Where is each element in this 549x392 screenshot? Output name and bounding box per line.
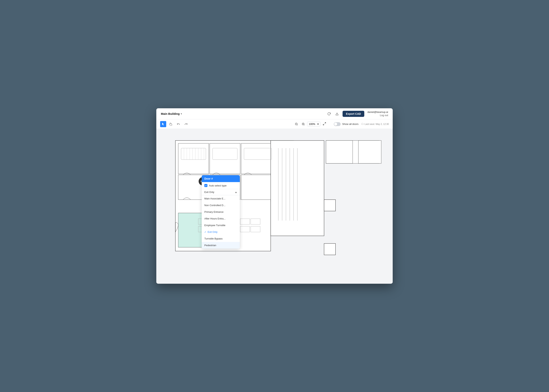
toggle-knob bbox=[334, 123, 337, 126]
show-doors-label: Show all doors bbox=[342, 123, 358, 126]
header-left: Main Building ▾ bbox=[161, 112, 182, 115]
zoom-display[interactable]: 100% ▾ bbox=[307, 122, 320, 126]
logout-link[interactable]: Log out bbox=[380, 114, 388, 117]
selected-type-row[interactable]: Exit Only ▲ bbox=[202, 189, 240, 195]
svg-line-9 bbox=[323, 124, 324, 125]
option-main-associate[interactable]: Main Associate E... bbox=[202, 195, 240, 202]
toolbar-right: Show all doors Last save: May 2, 12:30 bbox=[334, 122, 389, 126]
dropdown-toggle-icon: ▲ bbox=[235, 191, 237, 194]
svg-rect-14 bbox=[210, 143, 240, 174]
user-info: daniel@beamup.ai Log out bbox=[367, 111, 388, 117]
undo-button[interactable] bbox=[175, 121, 181, 127]
auto-select-row[interactable]: Auto select type bbox=[202, 182, 240, 189]
save-status-text: Last save: May 2, 12:30 bbox=[365, 123, 389, 126]
select-tool-button[interactable] bbox=[160, 121, 166, 127]
header: Main Building ▾ Export CAD daniel@beamup… bbox=[156, 108, 393, 119]
popup-header: Door # bbox=[202, 175, 240, 182]
option-pedestrian[interactable]: Pedestrian bbox=[202, 242, 240, 249]
svg-line-8 bbox=[325, 122, 326, 123]
option-primary-entrance[interactable]: Primary Entrance bbox=[202, 209, 240, 215]
header-right: Export CAD daniel@beamup.ai Log out bbox=[327, 111, 388, 117]
toolbar: 100% ▾ Show all doors Last save: May 2, … bbox=[156, 119, 393, 129]
redo-button[interactable] bbox=[183, 121, 189, 127]
save-status: Last save: May 2, 12:30 bbox=[361, 123, 389, 126]
show-doors-toggle-switch[interactable] bbox=[334, 122, 341, 126]
fit-to-screen-button[interactable] bbox=[321, 121, 328, 127]
svg-rect-30 bbox=[324, 200, 335, 211]
refresh-button[interactable] bbox=[327, 111, 332, 116]
selected-check-icon: ✓ bbox=[204, 231, 206, 233]
auto-select-label: Auto select type bbox=[209, 184, 227, 187]
export-cad-button[interactable]: Export CAD bbox=[343, 111, 364, 117]
zoom-level: 100% bbox=[309, 123, 315, 126]
building-name: Main Building bbox=[161, 112, 180, 115]
zoom-out-button[interactable] bbox=[293, 121, 299, 127]
zoom-in-button[interactable] bbox=[300, 121, 306, 127]
svg-line-2 bbox=[297, 125, 298, 125]
zoom-controls: 100% ▾ bbox=[293, 121, 328, 127]
svg-rect-18 bbox=[241, 175, 274, 200]
chevron-down-icon[interactable]: ▾ bbox=[181, 112, 182, 115]
cloud-icon bbox=[361, 123, 364, 126]
floorplan-svg bbox=[156, 129, 393, 284]
door-type-dropdown: Door # Auto select type Exit Only ▲ Main… bbox=[202, 175, 240, 249]
option-exit-only[interactable]: ✓ Exit Only bbox=[202, 229, 240, 235]
option-turnstile-bypass[interactable]: Turnstile Bypass bbox=[202, 235, 240, 242]
selected-type-text: Exit Only bbox=[204, 191, 214, 194]
app-window: Main Building ▾ Export CAD daniel@beamup… bbox=[156, 108, 393, 284]
svg-rect-13 bbox=[178, 143, 209, 174]
svg-rect-29 bbox=[358, 140, 381, 163]
option-non-controlled[interactable]: Non Controlled D... bbox=[202, 202, 240, 209]
svg-rect-31 bbox=[324, 244, 335, 255]
download-button[interactable] bbox=[334, 111, 340, 116]
show-all-doors-toggle: Show all doors bbox=[334, 122, 358, 126]
option-after-hours[interactable]: After Hours Entra... bbox=[202, 215, 240, 222]
svg-line-5 bbox=[304, 125, 305, 125]
auto-select-checkbox[interactable] bbox=[204, 184, 207, 187]
zoom-dropdown-icon: ▾ bbox=[317, 123, 319, 126]
option-employee-turnstile[interactable]: Employee Turnstile bbox=[202, 222, 240, 229]
canvas-area[interactable]: EXO Door # Auto select type Exit Only ▲ … bbox=[156, 129, 393, 284]
pan-tool-button[interactable] bbox=[168, 121, 174, 127]
svg-rect-15 bbox=[241, 143, 274, 174]
svg-rect-28 bbox=[326, 140, 353, 163]
user-email: daniel@beamup.ai bbox=[367, 111, 388, 113]
dropdown-options: Main Associate E... Non Controlled D... … bbox=[202, 195, 240, 249]
